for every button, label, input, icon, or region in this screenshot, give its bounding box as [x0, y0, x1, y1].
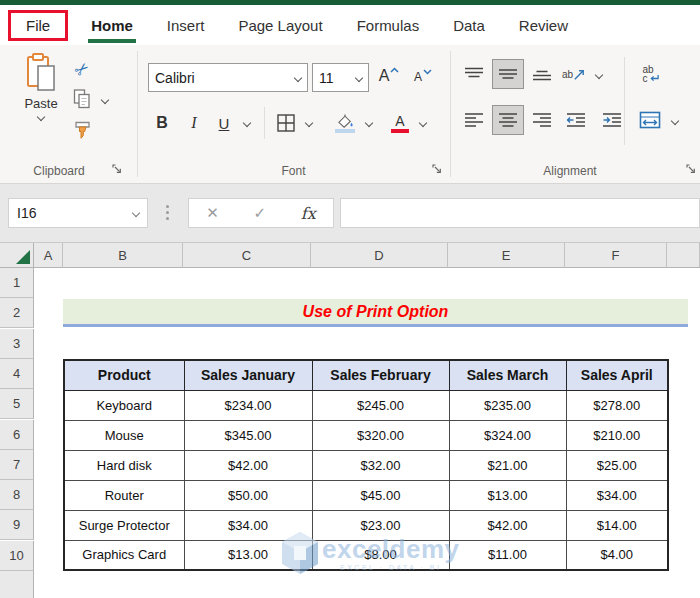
- table-cell[interactable]: Surge Protector: [64, 510, 184, 540]
- table-cell[interactable]: Mouse: [64, 420, 184, 450]
- font-dialog-launcher-icon[interactable]: [430, 162, 444, 176]
- alignment-dialog-launcher-icon[interactable]: [684, 162, 698, 176]
- bold-button[interactable]: B: [148, 107, 176, 139]
- orientation-dropdown-icon[interactable]: [592, 68, 606, 82]
- table-cell[interactable]: $25.00: [566, 450, 668, 480]
- row-header-stub[interactable]: [0, 571, 34, 598]
- fill-color-dropdown-icon[interactable]: [362, 116, 376, 130]
- table-cell[interactable]: Graphics Card: [64, 540, 184, 570]
- table-header-cell[interactable]: Sales March: [449, 360, 566, 390]
- enter-icon[interactable]: ✓: [254, 204, 267, 222]
- row-header-7[interactable]: 7: [0, 450, 34, 480]
- copy-button[interactable]: [70, 87, 94, 111]
- wrap-text-button[interactable]: ab c: [634, 57, 668, 91]
- row-header-6[interactable]: 6: [0, 420, 34, 450]
- tab-review[interactable]: Review: [519, 17, 568, 34]
- column-header-stub[interactable]: [667, 243, 700, 268]
- table-cell[interactable]: $11.00: [449, 540, 566, 570]
- tab-insert[interactable]: Insert: [167, 17, 205, 34]
- merge-center-dropdown-icon[interactable]: [668, 114, 682, 128]
- borders-dropdown-icon[interactable]: [302, 116, 316, 130]
- align-top-button[interactable]: [458, 59, 490, 89]
- row-header-5[interactable]: 5: [0, 389, 34, 419]
- table-cell[interactable]: $42.00: [449, 510, 566, 540]
- underline-dropdown-icon[interactable]: [240, 116, 254, 130]
- table-cell[interactable]: Keyboard: [64, 390, 184, 420]
- align-right-button[interactable]: [526, 105, 558, 135]
- row-header-10[interactable]: 10: [0, 541, 34, 571]
- row-header-4[interactable]: 4: [0, 359, 34, 389]
- table-cell[interactable]: $324.00: [449, 420, 566, 450]
- row-header-8[interactable]: 8: [0, 480, 34, 510]
- tab-formulas[interactable]: Formulas: [357, 17, 420, 34]
- align-bottom-button[interactable]: [526, 59, 558, 89]
- align-middle-button[interactable]: [492, 59, 524, 89]
- font-size-combobox[interactable]: 11: [312, 63, 369, 92]
- merge-center-button[interactable]: [634, 105, 666, 135]
- table-cell[interactable]: $234.00: [184, 390, 312, 420]
- orientation-button[interactable]: ab: [560, 59, 588, 89]
- table-cell[interactable]: Hard disk: [64, 450, 184, 480]
- copy-dropdown-icon[interactable]: [98, 93, 112, 107]
- italic-button[interactable]: I: [182, 107, 206, 139]
- table-cell[interactable]: $21.00: [449, 450, 566, 480]
- font-name-combobox[interactable]: Calibri: [148, 63, 308, 92]
- table-cell[interactable]: $34.00: [566, 480, 668, 510]
- row-header-1[interactable]: 1: [0, 268, 34, 298]
- table-header-cell[interactable]: Product: [64, 360, 184, 390]
- table-cell[interactable]: $13.00: [184, 540, 312, 570]
- table-cell[interactable]: $4.00: [566, 540, 668, 570]
- table-header-cell[interactable]: Sales February: [312, 360, 449, 390]
- table-cell[interactable]: $8.00: [312, 540, 449, 570]
- table-cell[interactable]: $50.00: [184, 480, 312, 510]
- table-cell[interactable]: $320.00: [312, 420, 449, 450]
- increase-font-size-button[interactable]: A: [374, 61, 404, 91]
- insert-function-icon[interactable]: fx: [301, 204, 316, 223]
- fill-color-button[interactable]: [330, 107, 360, 139]
- underline-button[interactable]: U: [212, 107, 236, 139]
- title-cell[interactable]: Use of Print Option: [63, 299, 688, 327]
- table-cell[interactable]: $345.00: [184, 420, 312, 450]
- decrease-indent-button[interactable]: [560, 105, 592, 135]
- table-cell[interactable]: $45.00: [312, 480, 449, 510]
- paste-button[interactable]: Paste: [14, 53, 68, 175]
- table-header-cell[interactable]: Sales April: [566, 360, 668, 390]
- table-cell[interactable]: Router: [64, 480, 184, 510]
- align-center-button[interactable]: [492, 105, 524, 135]
- table-cell[interactable]: $14.00: [566, 510, 668, 540]
- column-header-a[interactable]: A: [34, 243, 63, 268]
- decrease-font-size-button[interactable]: A: [408, 63, 438, 91]
- tab-file[interactable]: File: [8, 10, 68, 41]
- column-header-d[interactable]: D: [311, 243, 448, 268]
- column-header-e[interactable]: E: [448, 243, 565, 268]
- table-cell[interactable]: $42.00: [184, 450, 312, 480]
- table-cell[interactable]: $23.00: [312, 510, 449, 540]
- column-header-c[interactable]: C: [183, 243, 311, 268]
- clipboard-dialog-launcher-icon[interactable]: [110, 162, 124, 176]
- table-header-cell[interactable]: Sales January: [184, 360, 312, 390]
- tab-home[interactable]: Home: [91, 17, 133, 34]
- formula-bar-handle[interactable]: [166, 205, 169, 220]
- column-header-f[interactable]: F: [565, 243, 667, 268]
- row-header-9[interactable]: 9: [0, 510, 34, 540]
- table-cell[interactable]: $32.00: [312, 450, 449, 480]
- font-color-button[interactable]: A: [386, 107, 414, 139]
- select-all-button[interactable]: [0, 243, 34, 268]
- cancel-icon[interactable]: ✕: [206, 204, 219, 222]
- font-color-dropdown-icon[interactable]: [416, 116, 430, 130]
- table-cell[interactable]: $278.00: [566, 390, 668, 420]
- table-cell[interactable]: $235.00: [449, 390, 566, 420]
- row-header-3[interactable]: 3: [0, 329, 34, 359]
- name-box[interactable]: I16: [8, 198, 148, 228]
- row-header-2[interactable]: 2: [0, 298, 34, 328]
- column-header-b[interactable]: B: [63, 243, 183, 268]
- table-cell[interactable]: $210.00: [566, 420, 668, 450]
- format-painter-button[interactable]: [70, 117, 96, 143]
- table-cell[interactable]: $245.00: [312, 390, 449, 420]
- cut-button[interactable]: ✂: [70, 57, 94, 81]
- tab-page-layout[interactable]: Page Layout: [238, 17, 322, 34]
- table-cell[interactable]: $34.00: [184, 510, 312, 540]
- increase-indent-button[interactable]: [596, 105, 628, 135]
- formula-input[interactable]: [340, 198, 700, 228]
- table-cell[interactable]: $13.00: [449, 480, 566, 510]
